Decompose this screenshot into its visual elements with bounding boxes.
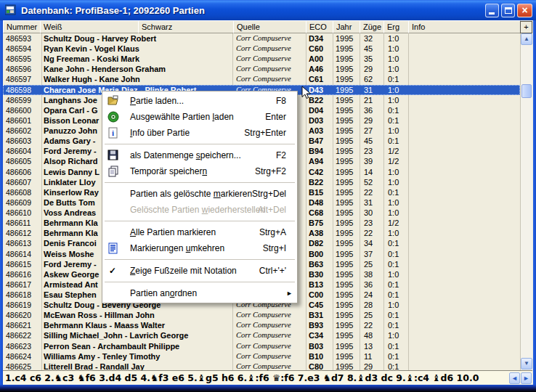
menu-item-alle-partien-markieren[interactable]: Alle Partien markierenStrg+A (102, 224, 297, 240)
game-row-486594[interactable]: 486594Ryan Kevin - Vogel KlausCorr Compu… (3, 44, 520, 54)
cell-players: Perron Sean - Archambault Philippe (44, 341, 179, 351)
cell-result: 1/2 (388, 156, 399, 166)
game-row-486595[interactable]: 486595Ng Freeman - Koski MarkCorr Compus… (3, 54, 520, 64)
title-bar[interactable]: Datenbank: ProfiBase-1; 2092260 Partien … (0, 0, 536, 20)
svg-text:i: i (112, 128, 114, 137)
cell-num: 486609 (6, 197, 31, 208)
vertical-scrollbar[interactable]: ▲ ▼ (521, 33, 532, 370)
cell-players: Lewis Danny L (44, 167, 100, 177)
column-header-nummer[interactable]: Nummer (3, 20, 41, 33)
cell-moves: 23 (364, 218, 373, 228)
game-row-486624[interactable]: 486624Williams Amy - Tenley TimothyCorr … (3, 351, 520, 362)
context-menu: Partie laden...F8Ausgewählte Partien lad… (102, 91, 298, 303)
cell-eco: C60 (309, 44, 323, 54)
cell-year: 1995 (336, 228, 353, 238)
cell-year: 1995 (336, 300, 353, 310)
cell-year: 1995 (336, 320, 353, 330)
cell-result: 1:0 (388, 85, 399, 95)
cell-result: 0:1 (388, 136, 399, 146)
menu-item-ausgew-hlte-partien-laden[interactable]: Ausgewählte Partien ladenEnter (102, 109, 297, 125)
menu-item-shortcut: Strg+A (259, 224, 286, 240)
cell-moves: 11 (364, 351, 372, 362)
cell-result: 1:0 (388, 228, 399, 238)
cell-players: Esau Stephen (44, 290, 97, 300)
cell-players: De Butts Tom (44, 197, 95, 208)
menu-item-partien-als-gel-schte-markieren[interactable]: Partien als gelöschte markierenStrg+Del (102, 186, 297, 202)
invert-marks-icon (107, 242, 119, 254)
menu-item-info-ber-partie[interactable]: iInfo über PartieStrg+Enter (102, 125, 297, 141)
game-row-486621[interactable]: 486621Behrmann Klaus - Maass WalterCorr … (3, 320, 520, 330)
menu-item-partie-laden[interactable]: Partie laden...F8 (102, 93, 297, 109)
cell-moves: 36 (364, 279, 373, 290)
cell-eco: B22 (309, 177, 323, 187)
cell-eco: D82 (309, 238, 323, 248)
cell-source: Corr Compuserve (236, 44, 291, 54)
notation-scroll-left-button[interactable]: ◄ (509, 372, 520, 384)
menu-item-label: Ausgewählte Partien laden (130, 109, 234, 125)
column-header-jahr[interactable]: Jahr (333, 20, 360, 33)
cell-players: Weiss Moshe (44, 249, 94, 259)
scrollbar-thumb[interactable] (521, 84, 532, 98)
cell-num: 486598 (6, 85, 31, 95)
cell-num: 486608 (6, 187, 31, 197)
cell-result: 0:1 (388, 310, 399, 320)
game-row-486620[interactable]: 486620McEwan Ross - Hillman JohnCorr Com… (3, 310, 520, 320)
cell-year: 1995 (336, 238, 353, 248)
scroll-up-icon[interactable]: ▲ (521, 33, 532, 45)
menu-item-label: Markierungen umkehren (130, 240, 224, 256)
cell-eco: B10 (309, 351, 323, 362)
menu-separator (105, 259, 295, 260)
game-row-486622[interactable]: 486622Silling Michael_John - Lavrich Geo… (3, 330, 520, 340)
cell-moves: 28 (364, 300, 373, 310)
column-header-z-ge[interactable]: Züge (360, 20, 384, 33)
cell-source: Corr Compuserve (236, 64, 291, 74)
cell-num: 486603 (6, 136, 31, 146)
cell-result: 1:0 (388, 33, 399, 44)
temp-save-icon (107, 166, 119, 177)
game-row-486596[interactable]: 486596Kane John - Henderson GrahamCorr C… (3, 64, 520, 74)
cell-num: 486623 (6, 341, 31, 351)
cell-players: Schultz Doug - Harvey Robert (44, 33, 156, 44)
cell-moves: 30 (364, 208, 373, 218)
cell-players: Voss Andreas (44, 208, 96, 218)
column-header-quelle[interactable]: Quelle (233, 20, 306, 33)
column-header-wei[interactable]: Weiß (40, 20, 139, 33)
column-header-schwarz[interactable]: Schwarz (138, 20, 234, 33)
cell-num: 486600 (6, 105, 31, 115)
menu-item-als-datenmenge-speichern[interactable]: als Datenmenge speichern...F2 (102, 147, 297, 163)
cell-result: 1:0 (388, 44, 399, 54)
game-row-486593[interactable]: 486593Schultz Doug - Harvey RobertCorr C… (3, 33, 520, 44)
menu-item-shortcut: Enter (265, 109, 286, 125)
notation-scroll-right-button[interactable]: ► (521, 372, 532, 384)
game-row-486623[interactable]: 486623Perron Sean - Archambault Philippe… (3, 341, 520, 351)
menu-item-zeige-fu-zeile-mit-notation[interactable]: ✓Zeige Fußzeile mit NotationCtrl+'+' (102, 263, 297, 279)
menu-item-label: Temporär speichern (130, 163, 207, 179)
cell-result: 0:1 (388, 74, 399, 84)
cell-eco: B15 (309, 187, 323, 197)
column-header-info[interactable]: Info (408, 20, 521, 33)
minimize-button[interactable] (485, 4, 499, 17)
scroll-down-icon[interactable]: ▼ (521, 358, 532, 369)
load-selected-icon (107, 111, 119, 123)
cell-eco: C34 (309, 330, 323, 340)
menu-item-partien-anordnen[interactable]: Partien anordnen► (102, 285, 297, 301)
cell-moves: 25 (364, 259, 373, 269)
menu-item-tempor-r-speichern[interactable]: Temporär speichernStrg+F2 (102, 163, 297, 179)
maximize-button[interactable] (501, 4, 515, 17)
cell-eco: D03 (309, 115, 323, 126)
cell-num: 486613 (6, 238, 31, 248)
menu-item-markierungen-umkehren[interactable]: Markierungen umkehrenStrg+I (102, 240, 297, 256)
game-row-486597[interactable]: 486597Walker Hugh - Kane JohnCorr Compus… (3, 74, 520, 84)
cell-result: 1/2 (388, 146, 399, 156)
column-header-erg[interactable]: Erg (383, 20, 409, 33)
cell-moves: 22 (364, 320, 373, 330)
menu-item-shortcut: Strg+Del (252, 186, 286, 202)
close-button[interactable]: × (517, 4, 532, 17)
column-header-eco[interactable]: ECO (306, 20, 333, 33)
cell-result: 1:0 (388, 95, 399, 105)
cell-moves: 39 (364, 156, 373, 166)
cell-source: Corr Compuserve (236, 310, 291, 320)
add-column-button[interactable]: + (520, 21, 532, 33)
cell-eco: D48 (309, 197, 323, 208)
menu-item-gel-schte-partien-wiederherstellen: Gelöschte Partien wiederherstellenAlt+De… (102, 202, 297, 218)
